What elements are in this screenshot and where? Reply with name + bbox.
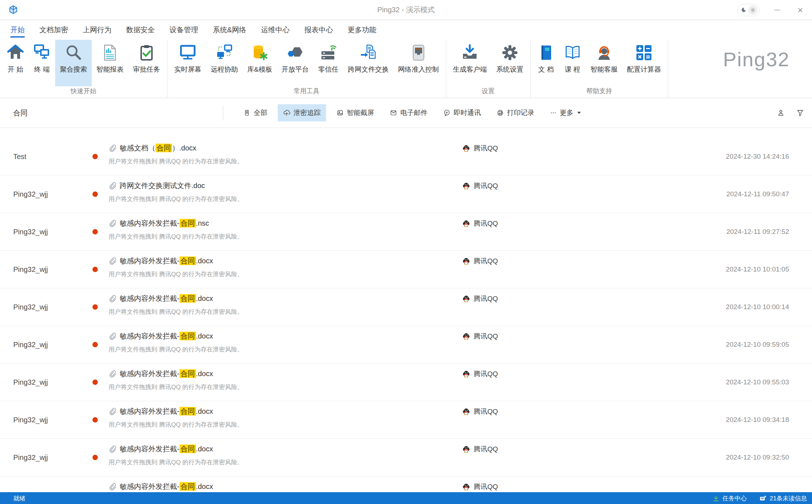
row-subtitle: 用户将文件拖拽到 腾讯QQ 的行为存在泄密风险。	[109, 308, 243, 316]
qq-icon	[462, 295, 470, 303]
timestamp: 2024-12-10 09:32:50	[726, 453, 789, 461]
row-name: Ping32_wjj	[13, 190, 48, 198]
file-title: 敏感内容外发拦截-合同.docx	[120, 256, 213, 266]
search-icon	[65, 44, 82, 61]
timestamp: 2024-12-11 09:50:47	[726, 190, 789, 198]
menu-tab-device-management[interactable]: 设备管理	[169, 20, 198, 40]
list-item[interactable]: Ping32_wjj 敏感内容外发拦截-合同.docx 用户将文件拖拽到 腾讯Q…	[0, 251, 812, 288]
highlight-keyword: 合同	[180, 482, 196, 491]
filter-button[interactable]	[796, 109, 804, 117]
timestamp: 2024-12-30 14:24:16	[726, 153, 789, 160]
ribbon-button-terminals[interactable]: 终 端	[29, 40, 55, 86]
ribbon-group-label: 常用工具	[167, 86, 446, 98]
filter-bar: 合同 全部 泄密追踪 智能截屏	[0, 98, 812, 128]
channel-label: 腾讯QQ	[474, 294, 498, 303]
theme-toggle[interactable]	[737, 4, 760, 16]
ribbon-button-generate-client[interactable]: 生成客户端	[448, 40, 492, 86]
ribbon-button-library-templates[interactable]: 库&模板	[243, 40, 277, 86]
ribbon-button-system-settings[interactable]: 系统设置	[492, 40, 528, 86]
filter-keyword: 合同	[13, 98, 28, 128]
ribbon-button-zero-trust[interactable]: 零信任	[314, 40, 343, 86]
minimize-button[interactable]: ─	[772, 5, 783, 15]
paperclip-icon	[109, 483, 116, 491]
user-button[interactable]	[777, 109, 785, 117]
ribbon-button-aggregate-search[interactable]: 聚合搜索	[55, 40, 92, 86]
filter-tab-email[interactable]: 电子邮件	[384, 104, 433, 121]
channel-label: 腾讯QQ	[474, 407, 498, 416]
row-name: Ping32_wjj	[13, 378, 48, 387]
title-bar: Ping32 - 演示模式 ─ ×	[0, 0, 812, 20]
list-item[interactable]: Ping32_wjj 敏感内容外发拦截-合同.docx 用户将文件拖拽到 腾讯Q…	[0, 439, 812, 476]
ribbon-button-realtime-screen[interactable]: 实时屏幕	[169, 40, 206, 86]
ribbon-button-config-calculator[interactable]: 配置计算器	[622, 40, 666, 86]
task-center-button[interactable]: 任务中心	[712, 494, 747, 503]
event-list: Test 敏感文档（合同）.docx 用户将文件拖拽到 腾讯QQ 的行为存在泄密…	[0, 128, 812, 492]
channel-label: 腾讯QQ	[474, 332, 498, 341]
channel: 腾讯QQ	[462, 219, 498, 228]
highlight-keyword: 合同	[180, 369, 196, 378]
ribbon-button-remote-assist[interactable]: 远程协助	[206, 40, 243, 86]
filter-tab-all[interactable]: 全部	[238, 104, 273, 121]
filter-tabs: 全部 泄密追踪 智能截屏 电子邮件	[238, 98, 586, 128]
channel-label: 腾讯QQ	[474, 181, 498, 191]
list-item[interactable]: Ping32_wjj 敏感内容外发拦截-合同.docx 用户将文件拖拽到 腾讯Q…	[0, 401, 812, 439]
ribbon-group-settings: 生成客户端 系统设置 设置	[446, 40, 531, 98]
envelope-icon	[759, 495, 767, 502]
ribbon-group-label: 帮助支持	[531, 86, 668, 98]
channel: 腾讯QQ	[462, 256, 498, 266]
ribbon-button-courses[interactable]: 课 程	[559, 40, 586, 86]
file-title: 敏感内容外发拦截-合同.docx	[120, 331, 213, 341]
menu-tab-system-network[interactable]: 系统&网络	[213, 20, 246, 40]
menu-tab-ops-center[interactable]: 运维中心	[261, 20, 290, 40]
row-subtitle: 用户将文件拖拽到 腾讯QQ 的行为存在泄密风险。	[109, 383, 243, 391]
terminals-icon	[33, 44, 51, 61]
ribbon-button-network-access-control[interactable]: 网络准入控制	[393, 40, 444, 86]
report-icon	[101, 44, 119, 61]
filter-tab-leak-trace[interactable]: 泄密追踪	[278, 104, 326, 121]
menu-tab-report-center[interactable]: 报表中心	[304, 20, 333, 40]
list-item[interactable]: Ping32_wjj 敏感内容外发拦截-合同.docx 用户将文件拖拽到 腾讯Q…	[0, 476, 812, 492]
row-subtitle: 用户将文件拖拽到 腾讯QQ 的行为存在泄密风险。	[109, 345, 243, 354]
list-item[interactable]: Ping32_wjj 敏感内容外发拦截-合同.docx 用户将文件拖拽到 腾讯Q…	[0, 326, 812, 364]
document-icon	[243, 109, 250, 116]
timestamp: 2024-12-11 09:27:52	[726, 228, 789, 236]
menu-tab-doc-encryption[interactable]: 文档加密	[39, 20, 68, 40]
list-item[interactable]: Ping32_wjj 敏感内容外发拦截-合同.docx 用户将文件拖拽到 腾讯Q…	[0, 288, 812, 326]
severity-dot	[92, 154, 98, 159]
ribbon-group-label: 设置	[446, 86, 530, 98]
screenshot-icon	[336, 109, 344, 116]
filter-tab-im[interactable]: 即时通讯	[438, 104, 486, 121]
list-item[interactable]: Ping32_wjj 跨网文件交换测试文件.doc 用户将文件拖拽到 腾讯QQ …	[0, 176, 812, 213]
close-button[interactable]: ×	[795, 5, 806, 15]
brand-logo: Ping32	[723, 48, 790, 71]
menu-tab-more[interactable]: 更多功能	[348, 20, 376, 40]
row-subtitle: 用户将文件拖拽到 腾讯QQ 的行为存在泄密风险。	[109, 458, 243, 466]
filter-tab-more[interactable]: 更多	[545, 104, 586, 121]
ribbon-button-approval-tasks[interactable]: 审批任务	[128, 40, 165, 86]
row-subtitle: 用户将文件拖拽到 腾讯QQ 的行为存在泄密风险。	[109, 270, 243, 278]
timestamp: 2024-12-10 10:01:05	[726, 265, 789, 273]
chevron-down-icon	[577, 112, 581, 114]
menu-tab-data-security[interactable]: 数据安全	[126, 20, 155, 40]
channel-label: 腾讯QQ	[474, 144, 498, 153]
filter-tab-print-records[interactable]: 打印记录	[491, 104, 540, 121]
channel: 腾讯QQ	[462, 445, 498, 454]
list-item[interactable]: Test 敏感文档（合同）.docx 用户将文件拖拽到 腾讯QQ 的行为存在泄密…	[0, 138, 812, 176]
timestamp: 2024-12-10 09:34:18	[726, 416, 789, 424]
row-name: Test	[13, 153, 27, 161]
ribbon-button-open-platform[interactable]: 开放平台	[277, 40, 314, 86]
printer-icon	[497, 109, 504, 116]
menu-tab-home[interactable]: 开始	[10, 20, 25, 40]
highlight-keyword: 合同	[180, 445, 196, 453]
ribbon-button-cross-network-file-exchange[interactable]: 跨网文件交换	[343, 40, 393, 86]
list-item[interactable]: Ping32_wjj 敏感内容外发拦截-合同.docx 用户将文件拖拽到 腾讯Q…	[0, 364, 812, 401]
ribbon-button-smart-report[interactable]: 智能报表	[92, 40, 128, 86]
unread-messages-button[interactable]: 21条未读信息	[759, 494, 807, 503]
filter-tab-smart-screenshot[interactable]: 智能截屏	[331, 104, 379, 121]
chat-icon	[443, 109, 450, 116]
ribbon-button-docs[interactable]: 文 档	[533, 40, 559, 86]
ribbon-button-start[interactable]: 开 始	[2, 40, 29, 86]
list-item[interactable]: Ping32_wjj 敏感内容外发拦截-合同.nsc 用户将文件拖拽到 腾讯QQ…	[0, 213, 812, 251]
menu-tab-internet-behavior[interactable]: 上网行为	[83, 20, 111, 40]
ribbon-button-smart-support[interactable]: 智能客服	[586, 40, 622, 86]
